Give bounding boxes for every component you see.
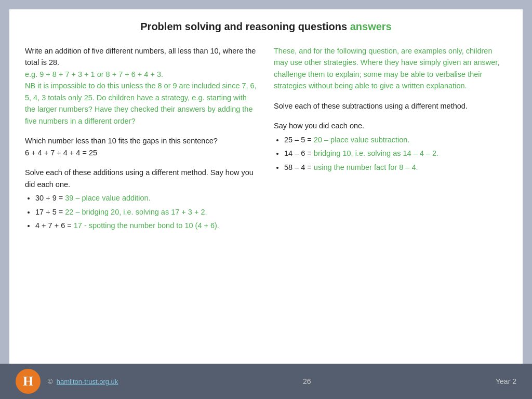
list-item: 14 – 6 = bridging 10, i.e. solving as 14… [284,148,507,159]
title-text: Problem solving and reasoning questions [140,21,350,32]
left-bullet-list: 30 + 9 = 39 – place value addition. 17 +… [35,192,258,231]
left-s1-p2: e.g. 9 + 8 + 7 + 3 + 1 or 8 + 7 + 6 + 4 … [25,69,258,80]
right-column: These, and for the following question, a… [274,45,507,352]
hamilton-link[interactable]: hamilton-trust.org.uk [57,378,118,385]
content-columns: Write an addition of five different numb… [25,45,507,352]
year-label: Year 2 [496,377,516,385]
logo-letter: H [23,374,33,389]
right-bullet-black-2: 14 – 6 = [284,149,314,157]
left-s1-p3: NB it is impossible to do this unless th… [25,80,258,127]
left-s2-p1: Which number less than 10 fits the gaps … [25,135,258,147]
right-section-2: Solve each of these subtractions using a… [274,100,507,112]
left-s1-p1: Write an addition of five different numb… [25,45,258,69]
right-s2-p1: Solve each of these subtractions using a… [274,100,507,112]
right-bullet-list: 25 – 5 = 20 – place value subtraction. 1… [284,134,507,173]
list-item: 17 + 5 = 22 – bridging 20, i.e. solving … [35,206,258,218]
main-card: Problem solving and reasoning questions … [9,9,523,364]
page-number: 26 [118,377,496,385]
left-section-2: Which number less than 10 fits the gaps … [25,135,258,158]
left-section-1: Write an addition of five different numb… [25,45,258,127]
bullet-green-1: 39 – place value addition. [65,194,150,202]
list-item: 25 – 5 = 20 – place value subtraction. [284,134,507,145]
left-s3-p1: Solve each of these additions using a di… [25,167,258,190]
bullet-black-1: 30 + 9 = [35,194,65,202]
bullet-green-2: 22 – bridging 20, i.e. solving as 17 + 3… [65,208,207,216]
right-s3-p1: Say how you did each one. [274,120,507,131]
right-section-1: These, and for the following question, a… [274,45,507,92]
copyright-symbol: © [48,378,53,385]
left-column: Write an addition of five different numb… [25,45,258,352]
logo: H [16,369,41,394]
list-item: 4 + 7 + 6 = 17 - spotting the number bon… [35,220,258,231]
right-bullet-green-2: bridging 10, i.e. solving as 14 – 4 – 2. [314,149,438,157]
right-bullet-black-1: 25 – 5 = [284,136,314,144]
left-s2-p2: 6 + 4 + 7 + 4 + 4 = 25 [25,147,258,158]
copyright-text: © hamilton-trust.org.uk [48,378,118,385]
bullet-green-3: 17 - spotting the number bond to 10 (4 +… [74,221,219,230]
right-section-3: Say how you did each one. 25 – 5 = 20 – … [274,120,507,173]
bullet-black-3: 4 + 7 + 6 = [35,221,74,230]
right-bullet-green-1: 20 – place value subtraction. [314,136,410,144]
left-section-3: Solve each of these additions using a di… [25,167,258,231]
right-bullet-green-3: using the number fact for 8 – 4. [314,163,418,171]
bullet-black-2: 17 + 5 = [35,208,65,216]
title-answers: answers [350,21,392,32]
page-title: Problem solving and reasoning questions … [25,21,507,35]
right-s1-p1: These, and for the following question, a… [274,45,507,92]
footer: H © hamilton-trust.org.uk 26 Year 2 [0,364,532,399]
list-item: 30 + 9 = 39 – place value addition. [35,192,258,204]
list-item: 58 – 4 = using the number fact for 8 – 4… [284,162,507,173]
right-bullet-black-3: 58 – 4 = [284,163,314,171]
